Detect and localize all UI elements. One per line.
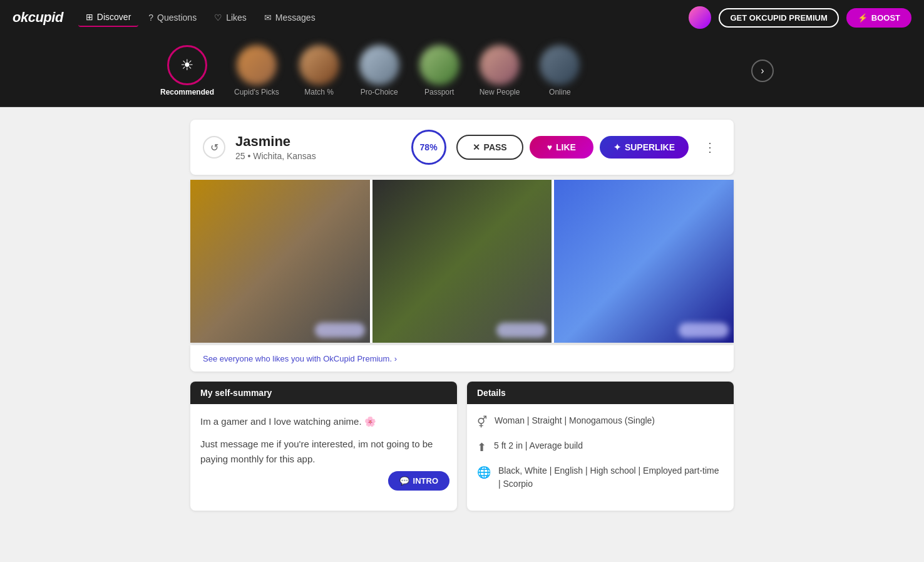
category-bar: ☀ Recommended Cupid's Picks Match % Pro-… [0, 35, 924, 107]
details-gender: Woman | Straight | Monogamous (Single) [495, 414, 655, 427]
profile-age-location: 25 • Wichita, Kansas [235, 151, 401, 161]
like-button[interactable]: ♥ LIKE [530, 136, 593, 159]
intro-chat-icon: 💬 [399, 476, 409, 486]
logo[interactable]: okcupid [13, 9, 63, 26]
category-match[interactable]: Match % [289, 41, 349, 100]
category-thumb-match [299, 45, 339, 85]
category-thumb-recommended: ☀ [167, 45, 207, 85]
category-thumb-newpeople [480, 45, 520, 85]
category-online[interactable]: Online [530, 41, 590, 100]
sections-grid: My self-summary Im a gamer and I love wa… [190, 382, 734, 511]
question-icon: ? [148, 13, 153, 23]
self-summary-body: Im a gamer and I love watching anime. 🌸 … [190, 404, 457, 498]
premium-link-bar: See everyone who likes you with OkCupid … [190, 345, 734, 372]
superlike-button[interactable]: ✦ SUPERLIKE [600, 136, 689, 159]
nav-right: GET OKCUPID PREMIUM ⚡ BOOST [689, 6, 911, 29]
category-thumb-prochoice [359, 45, 399, 85]
photo-1[interactable] [190, 180, 370, 343]
photo-2[interactable] [372, 180, 552, 343]
sun-icon: ☀ [180, 56, 194, 74]
category-passport[interactable]: Passport [409, 41, 470, 100]
self-summary-text: Im a gamer and I love watching anime. 🌸 … [200, 414, 447, 467]
premium-link[interactable]: See everyone who likes you with OkCupid … [203, 354, 397, 363]
category-thumb-passport [419, 45, 459, 85]
details-section: Details ⚥ Woman | Straight | Monogamous … [467, 382, 734, 511]
details-row-1: ⚥ Woman | Straight | Monogamous (Single) [477, 414, 724, 429]
category-pro-choice[interactable]: Pro-Choice [349, 41, 409, 100]
details-row-3: 🌐 Black, White | English | High school |… [477, 464, 724, 491]
premium-button[interactable]: GET OKCUPID PREMIUM [719, 8, 838, 28]
self-summary-section: My self-summary Im a gamer and I love wa… [190, 382, 457, 511]
category-thumb-online [540, 45, 580, 85]
category-list: ☀ Recommended Cupid's Picks Match % Pro-… [150, 41, 741, 100]
message-icon: ✉ [264, 13, 272, 23]
gender-icon: ⚥ [477, 415, 487, 429]
grid-icon: ⊞ [86, 12, 93, 22]
x-icon: ✕ [473, 142, 480, 152]
nav-questions[interactable]: ? Questions [141, 9, 204, 26]
profile-header-card: ↺ Jasmine 25 • Wichita, Kansas 78% ✕ PAS… [190, 120, 734, 175]
profile-name: Jasmine [235, 133, 401, 150]
photo-3[interactable] [554, 180, 734, 343]
category-thumb-cupids [237, 45, 277, 85]
category-new-people[interactable]: New People [470, 41, 530, 100]
photo-3-blur [679, 323, 729, 338]
avatar[interactable] [689, 6, 711, 29]
action-buttons: ✕ PASS ♥ LIKE ✦ SUPERLIKE [456, 135, 689, 160]
pass-button[interactable]: ✕ PASS [456, 135, 523, 160]
superlike-icon: ✦ [613, 142, 621, 152]
category-recommended[interactable]: ☀ Recommended [150, 41, 224, 100]
photo-1-blur [315, 323, 365, 338]
undo-button[interactable]: ↺ [203, 136, 225, 159]
undo-icon: ↺ [210, 142, 218, 154]
nav-likes[interactable]: ♡ Likes [207, 9, 254, 26]
boost-icon: ⚡ [858, 13, 868, 23]
self-summary-header: My self-summary [190, 382, 457, 404]
boost-button[interactable]: ⚡ BOOST [846, 8, 911, 28]
more-options-button[interactable]: ⋮ [699, 137, 721, 157]
heart-filled-icon: ♥ [547, 142, 552, 152]
height-icon: ⬆ [477, 440, 486, 454]
details-background: Black, White | English | High school | E… [498, 464, 724, 491]
details-body: ⚥ Woman | Straight | Monogamous (Single)… [467, 404, 734, 511]
nav-discover[interactable]: ⊞ Discover [78, 8, 138, 27]
nav-items: ⊞ Discover ? Questions ♡ Likes ✉ Message… [78, 8, 674, 27]
details-height: 5 ft 2 in | Average build [494, 439, 583, 452]
details-header: Details [467, 382, 734, 404]
photo-2-blur [496, 323, 547, 338]
main-content: ↺ Jasmine 25 • Wichita, Kansas 78% ✕ PAS… [180, 120, 744, 511]
photos-grid [190, 180, 734, 343]
nav-messages[interactable]: ✉ Messages [257, 9, 323, 26]
top-nav: okcupid ⊞ Discover ? Questions ♡ Likes ✉… [0, 0, 924, 35]
category-next-button[interactable]: › [751, 60, 774, 82]
globe-icon: 🌐 [477, 466, 491, 479]
category-cupids-picks[interactable]: Cupid's Picks [224, 41, 289, 100]
intro-button[interactable]: 💬 INTRO [388, 471, 449, 491]
heart-icon: ♡ [214, 13, 222, 23]
details-row-2: ⬆ 5 ft 2 in | Average build [477, 439, 724, 454]
match-percent-circle: 78% [411, 130, 446, 165]
profile-info: Jasmine 25 • Wichita, Kansas [235, 133, 401, 161]
